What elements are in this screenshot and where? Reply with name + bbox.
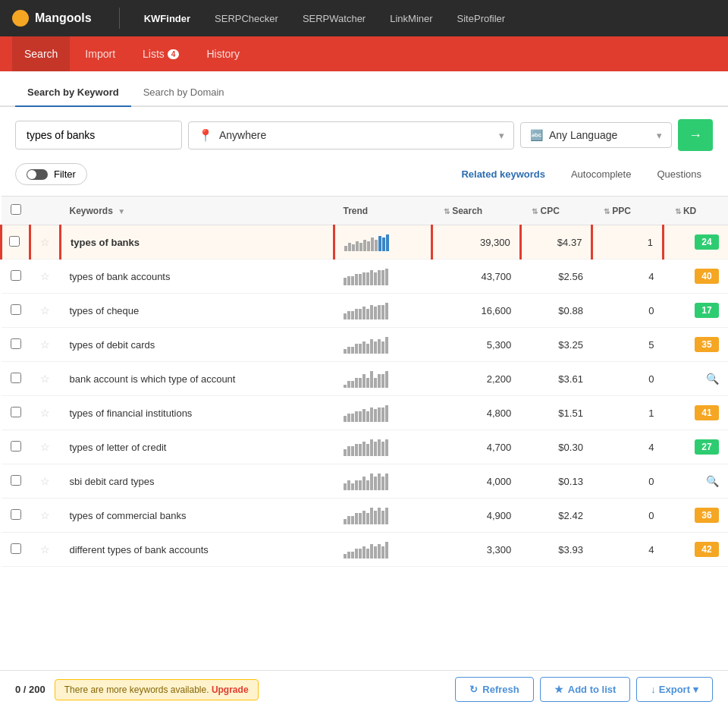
sub-nav: Search Import Lists 4 History (0, 36, 728, 71)
star-icon[interactable]: ☆ (40, 407, 50, 419)
star-icon[interactable]: ☆ (40, 475, 50, 487)
star-icon[interactable]: ☆ (40, 236, 50, 248)
filter-row: Filter Related keywords Autocomplete Que… (0, 163, 728, 196)
search-button[interactable]: → (678, 119, 713, 151)
table-row: ☆sbi debit card types4,000$0.130🔍 (2, 464, 729, 499)
trend-bar (351, 311, 354, 319)
keyword-cell[interactable]: types of banks (61, 225, 334, 260)
keyword-cell[interactable]: types of commercial banks (61, 499, 334, 533)
ppc-sort-icon: ⇅ (604, 207, 610, 216)
logo-area[interactable]: Mangools (12, 10, 92, 27)
row-checkbox[interactable] (11, 441, 21, 452)
logo-icon (12, 10, 29, 27)
select-all-checkbox[interactable] (11, 204, 21, 215)
refresh-button[interactable]: ↻ Refresh (455, 677, 533, 702)
star-icon[interactable]: ☆ (40, 441, 50, 453)
trend-bar (352, 244, 355, 251)
trend-bar (378, 439, 381, 456)
keyword-cell[interactable]: sbi debit card types (61, 464, 334, 499)
search-cell: 4,800 (432, 396, 520, 430)
trend-bars (344, 267, 389, 285)
subnav-lists[interactable]: Lists 4 (130, 36, 191, 71)
keywords-sort-icon: ▼ (118, 207, 125, 216)
row-checkbox[interactable] (11, 543, 21, 554)
subnav-history[interactable]: History (194, 36, 252, 71)
cpc-sort-icon: ⇅ (532, 207, 538, 216)
keyword-cell[interactable]: types of debit cards (61, 328, 334, 362)
row-checkbox[interactable] (11, 509, 21, 520)
location-select[interactable]: 📍 Anywhere ▾ (188, 121, 514, 149)
tab-search-by-domain[interactable]: Search by Domain (131, 80, 237, 107)
star-icon[interactable]: ☆ (40, 509, 50, 521)
row-checkbox[interactable] (11, 270, 21, 281)
th-keywords[interactable]: Keywords ▼ (61, 197, 334, 225)
keyword-cell[interactable]: types of financial institutions (61, 396, 334, 430)
row-checkbox[interactable] (11, 407, 21, 417)
table-row: ☆types of banks39,300$4.37124 (2, 225, 729, 260)
tab-search-by-keyword[interactable]: Search by Keyword (15, 80, 131, 107)
tab-related-keywords[interactable]: Related keywords (450, 163, 557, 185)
trend-bar (378, 407, 381, 422)
row-checkbox[interactable] (11, 338, 21, 349)
keyword-input[interactable] (15, 121, 182, 149)
trend-bar (362, 409, 366, 422)
trend-bar (385, 337, 388, 354)
language-select[interactable]: 🔤 Any Language ▾ (520, 122, 672, 148)
keyword-cell[interactable]: types of cheque (61, 294, 334, 328)
trend-bar (370, 508, 373, 524)
search-cell: 5,300 (432, 328, 520, 362)
keyword-cell[interactable]: types of bank accounts (61, 260, 334, 294)
keyword-cell[interactable]: bank account is which type of account (61, 362, 334, 396)
star-icon[interactable]: ☆ (40, 373, 50, 385)
table-row: ☆types of commercial banks4,900$2.42036 (2, 499, 729, 533)
add-to-list-button[interactable]: ★ Add to list (540, 677, 631, 702)
nav-kwfinder[interactable]: KWFinder (132, 0, 202, 36)
nav-siteprofiler[interactable]: SiteProfiler (445, 0, 518, 36)
keyword-cell[interactable]: types of letter of credit (61, 430, 334, 464)
row-checkbox[interactable] (11, 304, 21, 315)
trend-bars (344, 506, 389, 524)
trend-bar (359, 344, 362, 354)
th-cpc[interactable]: ⇅ CPC (520, 197, 592, 225)
star-icon[interactable]: ☆ (40, 338, 50, 351)
trend-bar (347, 347, 350, 354)
row-checkbox[interactable] (11, 475, 21, 486)
table-row: ☆types of debit cards5,300$3.25535 (2, 328, 729, 362)
row-checkbox[interactable] (9, 236, 20, 247)
th-kd[interactable]: ⇅ KD (664, 197, 728, 225)
filter-button[interactable]: Filter (15, 163, 87, 185)
keyword-text: types of commercial banks (70, 510, 187, 521)
star-icon[interactable]: ☆ (40, 543, 50, 555)
subnav-search[interactable]: Search (12, 36, 70, 71)
nav-serpchecker[interactable]: SERPChecker (202, 0, 290, 36)
nav-linkminer[interactable]: LinkMiner (378, 0, 444, 36)
star-icon[interactable]: ☆ (40, 304, 50, 316)
trend-bar (371, 238, 374, 251)
th-ppc[interactable]: ⇅ PPC (592, 197, 664, 225)
cpc-cell: $3.61 (520, 362, 592, 396)
refresh-icon: ↻ (469, 684, 478, 695)
export-button[interactable]: ↓ Export ▾ (636, 677, 713, 702)
trend-cell (334, 362, 432, 396)
trend-cell (334, 533, 432, 567)
trend-bar (344, 449, 347, 456)
row-checkbox[interactable] (11, 373, 21, 383)
tab-questions[interactable]: Questions (645, 163, 713, 185)
trend-bars (344, 370, 389, 388)
trend-bar (355, 274, 358, 285)
trend-bar (351, 414, 354, 422)
ppc-cell: 0 (592, 294, 664, 328)
trend-bar (347, 446, 350, 456)
trend-bar (355, 411, 358, 422)
search-cell: 39,300 (432, 225, 520, 260)
trend-bar (347, 276, 350, 285)
subnav-import[interactable]: Import (73, 36, 127, 71)
th-search[interactable]: ⇅ Search (432, 197, 520, 225)
table-header: Keywords ▼ Trend ⇅ Search ⇅ CPC ⇅ PPC (2, 197, 729, 225)
kd-cell: 🔍 (664, 362, 728, 396)
keyword-cell[interactable]: different types of bank accounts (61, 533, 334, 567)
tab-autocomplete[interactable]: Autocomplete (560, 163, 643, 185)
nav-serpwatcher[interactable]: SERPWatcher (290, 0, 378, 36)
upgrade-link[interactable]: Upgrade (212, 684, 249, 695)
star-icon[interactable]: ☆ (40, 270, 50, 282)
